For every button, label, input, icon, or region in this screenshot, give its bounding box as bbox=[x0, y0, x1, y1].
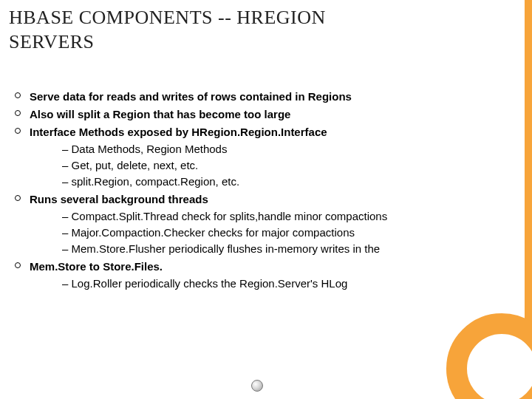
sub-item: – split.Region, compact.Region, etc. bbox=[62, 174, 502, 190]
bullet-text: Interface Methods exposed by HRegion.Reg… bbox=[30, 126, 327, 138]
sub-item: – Data Methods, Region Methods bbox=[62, 141, 502, 157]
sub-item: – Major.Compaction.Checker checks for ma… bbox=[62, 225, 502, 241]
sub-item: – Log.Roller periodically checks the Reg… bbox=[62, 276, 502, 292]
bullet-item: Mem.Store to Store.Files. – Log.Roller p… bbox=[13, 259, 502, 293]
page-marker-icon bbox=[251, 380, 263, 392]
sub-item: – Mem.Store.Flusher periodically flushes… bbox=[62, 241, 502, 257]
bullet-item: Serve data for reads and writes of rows … bbox=[13, 89, 502, 105]
sub-text: – Data Methods, Region Methods bbox=[62, 143, 227, 155]
sub-item: – Get, put, delete, next, etc. bbox=[62, 157, 502, 174]
bullet-text: Mem.Store to Store.Files. bbox=[30, 260, 163, 273]
bullet-text: Serve data for reads and writes of rows … bbox=[30, 90, 352, 103]
bullet-item: Interface Methods exposed by HRegion.Reg… bbox=[13, 124, 502, 190]
title-line-1: HBASE COMPONENTS -- HREGION bbox=[9, 7, 326, 28]
title-line-2: SERVERS bbox=[9, 31, 95, 52]
slide-title: HBASE COMPONENTS -- HREGION SERVERS bbox=[9, 6, 488, 54]
bullet-item: Also will split a Region that has become… bbox=[13, 106, 502, 123]
sub-text: – Get, put, delete, next, etc. bbox=[62, 159, 198, 171]
sub-list: – Compact.Split.Thread check for splits,… bbox=[30, 208, 502, 256]
sub-text: – Log.Roller periodically checks the Reg… bbox=[62, 277, 347, 290]
bullet-text: Runs several background threads bbox=[30, 193, 208, 205]
sub-text: – Major.Compaction.Checker checks for ma… bbox=[62, 226, 355, 239]
slide-body: Serve data for reads and writes of rows … bbox=[13, 89, 502, 293]
sub-text: – split.Region, compact.Region, etc. bbox=[62, 175, 239, 188]
accent-ring bbox=[446, 313, 532, 399]
bullet-text: Also will split a Region that has become… bbox=[30, 108, 290, 120]
sub-item: – Compact.Split.Thread check for splits,… bbox=[62, 208, 502, 225]
sub-text: – Compact.Split.Thread check for splits,… bbox=[62, 210, 387, 222]
bullet-item: Runs several background threads – Compac… bbox=[13, 191, 502, 257]
sub-list: – Log.Roller periodically checks the Reg… bbox=[30, 276, 502, 292]
slide: HBASE COMPONENTS -- HREGION SERVERS Serv… bbox=[0, 0, 532, 399]
sub-list: – Data Methods, Region Methods – Get, pu… bbox=[30, 141, 502, 189]
sub-text: – Mem.Store.Flusher periodically flushes… bbox=[62, 242, 380, 255]
bullet-list: Serve data for reads and writes of rows … bbox=[13, 89, 502, 292]
